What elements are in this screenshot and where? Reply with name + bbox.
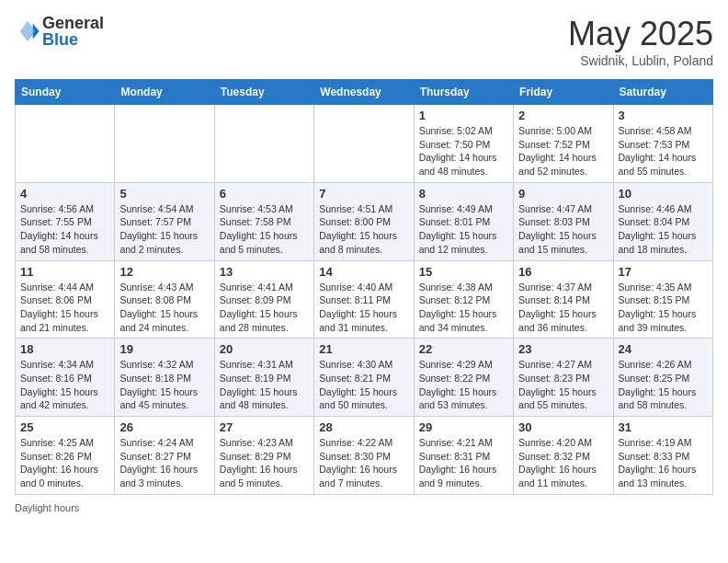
calendar-cell: 25Sunrise: 4:25 AM Sunset: 8:26 PM Dayli… [16,417,115,495]
day-number: 15 [419,265,508,279]
day-info: Sunrise: 5:02 AM Sunset: 7:50 PM Dayligh… [419,124,508,178]
day-number: 23 [518,342,608,356]
day-info: Sunrise: 4:53 AM Sunset: 7:58 PM Dayligh… [220,202,309,257]
day-info: Sunrise: 4:38 AM Sunset: 8:12 PM Dayligh… [419,281,508,335]
day-number: 25 [20,420,109,434]
day-number: 17 [619,265,708,279]
calendar-cell: 15Sunrise: 4:38 AM Sunset: 8:12 PM Dayli… [414,260,513,339]
day-number: 19 [119,342,209,356]
logo-blue-text: Blue [42,31,104,48]
day-number: 8 [419,187,508,201]
calendar-cell: 6Sunrise: 4:53 AM Sunset: 7:58 PM Daylig… [214,182,313,260]
calendar-cell: 9Sunrise: 4:47 AM Sunset: 8:03 PM Daylig… [514,182,613,260]
day-number: 18 [20,342,109,356]
calendar-cell: 7Sunrise: 4:51 AM Sunset: 8:00 PM Daylig… [314,182,414,260]
day-number: 5 [119,187,209,201]
calendar-cell: 17Sunrise: 4:35 AM Sunset: 8:15 PM Dayli… [613,260,712,339]
calendar-cell: 14Sunrise: 4:40 AM Sunset: 8:11 PM Dayli… [314,260,414,339]
weekday-header-wednesday: Wednesday [314,80,414,105]
calendar-cell: 1Sunrise: 5:02 AM Sunset: 7:50 PM Daylig… [414,105,513,183]
calendar-cell: 16Sunrise: 4:37 AM Sunset: 8:14 PM Dayli… [514,260,613,339]
weekday-header-thursday: Thursday [414,80,513,105]
calendar-cell: 19Sunrise: 4:32 AM Sunset: 8:18 PM Dayli… [115,339,214,417]
day-info: Sunrise: 4:26 AM Sunset: 8:25 PM Dayligh… [619,358,708,412]
day-number: 26 [119,420,209,434]
calendar-cell: 29Sunrise: 4:21 AM Sunset: 8:31 PM Dayli… [414,417,513,495]
week-row-5: 25Sunrise: 4:25 AM Sunset: 8:26 PM Dayli… [16,417,713,495]
month-title: May 2025 [568,15,713,53]
calendar-cell: 24Sunrise: 4:26 AM Sunset: 8:25 PM Dayli… [613,339,712,417]
calendar-cell: 13Sunrise: 4:41 AM Sunset: 8:09 PM Dayli… [214,260,313,339]
day-number: 2 [518,109,608,122]
calendar-cell: 31Sunrise: 4:19 AM Sunset: 8:33 PM Dayli… [613,417,712,495]
day-info: Sunrise: 4:35 AM Sunset: 8:15 PM Dayligh… [619,281,708,335]
calendar-cell: 4Sunrise: 4:56 AM Sunset: 7:55 PM Daylig… [16,182,115,260]
weekday-header-tuesday: Tuesday [214,80,313,105]
calendar-cell: 23Sunrise: 4:27 AM Sunset: 8:23 PM Dayli… [514,339,613,417]
weekday-header-monday: Monday [115,80,214,105]
day-info: Sunrise: 4:40 AM Sunset: 8:11 PM Dayligh… [319,281,408,335]
day-info: Sunrise: 5:00 AM Sunset: 7:52 PM Dayligh… [518,124,608,178]
week-row-4: 18Sunrise: 4:34 AM Sunset: 8:16 PM Dayli… [16,339,713,417]
day-info: Sunrise: 4:34 AM Sunset: 8:16 PM Dayligh… [20,358,109,412]
day-info: Sunrise: 4:25 AM Sunset: 8:26 PM Dayligh… [20,436,109,490]
day-info: Sunrise: 4:37 AM Sunset: 8:14 PM Dayligh… [518,281,608,335]
day-number: 10 [619,187,708,201]
footer: Daylight hours [15,502,713,513]
day-number: 20 [220,342,309,356]
daylight-label: Daylight hours [15,502,79,513]
day-info: Sunrise: 4:27 AM Sunset: 8:23 PM Dayligh… [518,358,608,412]
day-number: 11 [20,265,109,279]
day-info: Sunrise: 4:32 AM Sunset: 8:18 PM Dayligh… [119,358,209,412]
calendar-cell: 30Sunrise: 4:20 AM Sunset: 8:32 PM Dayli… [514,417,613,495]
week-row-2: 4Sunrise: 4:56 AM Sunset: 7:55 PM Daylig… [16,182,713,260]
day-info: Sunrise: 4:51 AM Sunset: 8:00 PM Dayligh… [319,202,408,257]
day-info: Sunrise: 4:29 AM Sunset: 8:22 PM Dayligh… [419,358,508,412]
logo: General Blue [15,15,104,48]
day-number: 3 [619,109,708,122]
day-number: 6 [220,187,309,201]
day-number: 4 [20,187,109,201]
calendar-cell: 21Sunrise: 4:30 AM Sunset: 8:21 PM Dayli… [314,339,414,417]
calendar-cell [16,105,115,183]
day-info: Sunrise: 4:41 AM Sunset: 8:09 PM Dayligh… [220,281,309,335]
day-number: 9 [518,187,608,201]
calendar-table: SundayMondayTuesdayWednesdayThursdayFrid… [15,79,713,495]
calendar-cell [214,105,313,183]
day-info: Sunrise: 4:49 AM Sunset: 8:01 PM Dayligh… [419,202,508,257]
day-number: 30 [518,420,608,434]
calendar-cell: 26Sunrise: 4:24 AM Sunset: 8:27 PM Dayli… [115,417,214,495]
day-info: Sunrise: 4:47 AM Sunset: 8:03 PM Dayligh… [518,202,608,257]
calendar-cell: 11Sunrise: 4:44 AM Sunset: 8:06 PM Dayli… [16,260,115,339]
calendar-cell: 8Sunrise: 4:49 AM Sunset: 8:01 PM Daylig… [414,182,513,260]
week-row-3: 11Sunrise: 4:44 AM Sunset: 8:06 PM Dayli… [16,260,713,339]
day-info: Sunrise: 4:30 AM Sunset: 8:21 PM Dayligh… [319,358,408,412]
day-number: 28 [319,420,408,434]
calendar-cell: 28Sunrise: 4:22 AM Sunset: 8:30 PM Dayli… [314,417,414,495]
day-number: 1 [419,109,508,122]
calendar-cell: 20Sunrise: 4:31 AM Sunset: 8:19 PM Dayli… [214,339,313,417]
day-info: Sunrise: 4:54 AM Sunset: 7:57 PM Dayligh… [119,202,209,257]
day-number: 27 [220,420,309,434]
day-number: 29 [419,420,508,434]
day-info: Sunrise: 4:31 AM Sunset: 8:19 PM Dayligh… [220,358,309,412]
calendar-cell: 3Sunrise: 4:58 AM Sunset: 7:53 PM Daylig… [613,105,712,183]
week-row-1: 1Sunrise: 5:02 AM Sunset: 7:50 PM Daylig… [16,105,713,183]
calendar-cell: 10Sunrise: 4:46 AM Sunset: 8:04 PM Dayli… [613,182,712,260]
logo-icon [15,18,40,44]
day-info: Sunrise: 4:23 AM Sunset: 8:29 PM Dayligh… [220,436,309,490]
day-info: Sunrise: 4:19 AM Sunset: 8:33 PM Dayligh… [619,436,708,490]
day-number: 12 [119,265,209,279]
day-number: 31 [619,420,708,434]
day-info: Sunrise: 4:20 AM Sunset: 8:32 PM Dayligh… [518,436,608,490]
day-info: Sunrise: 4:56 AM Sunset: 7:55 PM Dayligh… [20,202,109,257]
day-number: 16 [518,265,608,279]
day-info: Sunrise: 4:22 AM Sunset: 8:30 PM Dayligh… [319,436,408,490]
weekday-header-sunday: Sunday [16,80,115,105]
weekday-header-row: SundayMondayTuesdayWednesdayThursdayFrid… [16,80,713,105]
calendar-cell: 27Sunrise: 4:23 AM Sunset: 8:29 PM Dayli… [214,417,313,495]
weekday-header-friday: Friday [514,80,613,105]
calendar-cell [314,105,414,183]
day-info: Sunrise: 4:58 AM Sunset: 7:53 PM Dayligh… [619,124,708,178]
calendar-cell: 2Sunrise: 5:00 AM Sunset: 7:52 PM Daylig… [514,105,613,183]
